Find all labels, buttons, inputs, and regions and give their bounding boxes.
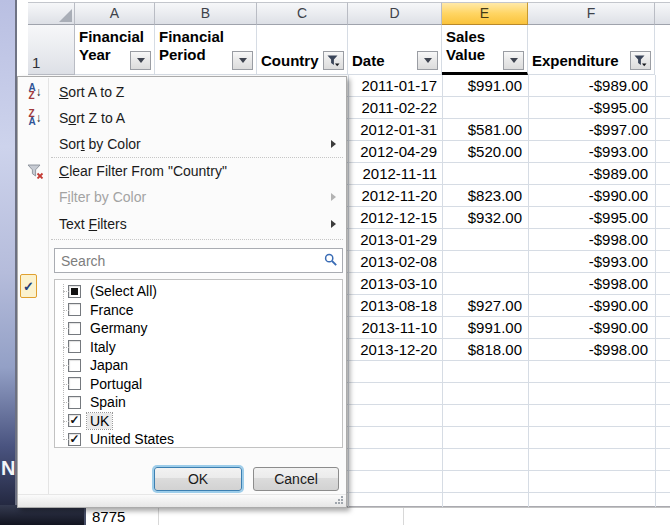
cell-expenditure[interactable]: -$989.00 [528, 75, 655, 97]
filter-dropdown-year-button[interactable] [130, 51, 151, 70]
cell-date[interactable]: 2013-12-20 [348, 339, 442, 361]
cell-sales-value[interactable]: $932.00 [442, 207, 528, 229]
list-item-united-states[interactable]: ✓ United States [55, 430, 342, 448]
cell-sales-value[interactable]: $823.00 [442, 185, 528, 207]
column-header-f[interactable]: F [528, 2, 655, 25]
cell-sales-value[interactable] [442, 97, 528, 119]
list-item-france[interactable]: France [55, 301, 342, 320]
list-item-germany[interactable]: Germany [55, 319, 342, 338]
cell-sales-value[interactable] [442, 163, 528, 185]
cell-sales-value[interactable] [442, 229, 528, 251]
list-item-select-all[interactable]: (Select All) [55, 282, 342, 301]
cell-expenditure[interactable]: -$989.00 [528, 163, 655, 185]
column-header-g-partial[interactable] [655, 2, 670, 25]
autofilter-menu: AZ ↓ Sort A to Z ZA ↓ Sort Z to A Sort b… [17, 76, 347, 508]
header-cell-country[interactable]: Country [257, 25, 348, 75]
checkbox-unchecked-icon[interactable] [68, 377, 81, 390]
filter-dropdown-country-button-active[interactable] [323, 51, 344, 70]
cell-expenditure[interactable]: -$995.00 [528, 207, 655, 229]
cell-expenditure[interactable]: -$997.00 [528, 119, 655, 141]
checkbox-unchecked-icon[interactable] [68, 322, 81, 335]
column-header-e-selected[interactable]: E [442, 2, 528, 25]
filter-dropdown-period-button[interactable] [232, 51, 253, 70]
checkbox-indeterminate-icon[interactable] [68, 285, 81, 298]
list-item-label: United States [87, 431, 177, 447]
cell-date[interactable]: 2012-12-15 [348, 207, 442, 229]
cell-date[interactable]: 2013-02-08 [348, 251, 442, 273]
header-cell-financial-period[interactable]: Financial Period [155, 25, 257, 75]
cell-expenditure[interactable]: -$998.00 [528, 273, 655, 295]
list-item-spain[interactable]: Spain [55, 393, 342, 412]
list-item-italy[interactable]: Italy [55, 338, 342, 357]
cell-date[interactable]: 2012-04-29 [348, 141, 442, 163]
cell-sales-value[interactable] [442, 273, 528, 295]
row-header-1[interactable]: 1 [28, 25, 75, 75]
filter-dropdown-sales-button[interactable] [503, 51, 524, 70]
list-item-label: Germany [87, 320, 151, 336]
menu-item-clear-filter[interactable]: Clear Filter From "Country" [19, 158, 345, 184]
list-item-japan[interactable]: Japan [55, 356, 342, 375]
cell-date[interactable]: 2013-03-10 [348, 273, 442, 295]
header-cell-expenditure[interactable]: Expenditure [528, 25, 655, 75]
checkbox-unchecked-icon[interactable] [68, 359, 81, 372]
header-line1: Sales [446, 28, 527, 46]
column-header-c[interactable]: C [257, 2, 348, 25]
cell-date[interactable]: 2011-02-22 [348, 97, 442, 119]
checkbox-unchecked-icon[interactable] [68, 340, 81, 353]
header-cell-date[interactable]: Date [348, 25, 442, 75]
cell-expenditure[interactable]: -$990.00 [528, 317, 655, 339]
list-item-portugal[interactable]: Portugal [55, 375, 342, 394]
cell-date[interactable]: 2012-11-20 [348, 185, 442, 207]
search-box [54, 248, 343, 273]
cell-expenditure[interactable]: -$990.00 [528, 295, 655, 317]
search-input[interactable] [54, 248, 343, 273]
column-header-b[interactable]: B [155, 2, 257, 25]
active-filter-check-button[interactable]: ✓ [20, 274, 37, 298]
menu-item-label: Text Filters [59, 216, 127, 232]
checkbox-unchecked-icon[interactable] [68, 396, 81, 409]
cell-date[interactable]: 2013-11-10 [348, 317, 442, 339]
header-cell-sales-value[interactable]: Sales Value [442, 25, 528, 75]
menu-item-sort-by-color[interactable]: Sort by Color [19, 131, 345, 157]
cell-date[interactable]: 2012-01-31 [348, 119, 442, 141]
cell-sales-value[interactable]: $927.00 [442, 295, 528, 317]
cell-expenditure[interactable]: -$998.00 [528, 339, 655, 361]
cell-sales-value[interactable]: $991.00 [442, 75, 528, 97]
cell-expenditure[interactable]: -$993.00 [528, 141, 655, 163]
select-all-corner[interactable] [28, 2, 75, 25]
cell-sales-value[interactable]: $818.00 [442, 339, 528, 361]
resize-grip[interactable] [334, 495, 344, 505]
list-item-label: UK [87, 413, 112, 429]
cell-date[interactable]: 2013-01-29 [348, 229, 442, 251]
funnel-filter-icon [634, 55, 647, 67]
cell-sales-value[interactable] [442, 251, 528, 273]
filter-dropdown-date-button[interactable] [417, 51, 438, 70]
list-item-label: Japan [87, 357, 131, 373]
header-cell-financial-year[interactable]: Financial Year [75, 25, 155, 75]
checkbox-checked-icon[interactable]: ✓ [68, 433, 81, 446]
cell-date[interactable]: 2012-11-11 [348, 163, 442, 185]
cell-date[interactable]: 2013-08-18 [348, 295, 442, 317]
header-line1: Financial [79, 28, 154, 46]
menu-item-sort-a-to-z[interactable]: AZ ↓ Sort A to Z [19, 79, 345, 105]
cell-sales-value[interactable]: $520.00 [442, 141, 528, 163]
cell-expenditure[interactable]: -$995.00 [528, 97, 655, 119]
checkbox-checked-icon[interactable]: ✓ [68, 414, 81, 427]
search-icon[interactable] [324, 253, 338, 267]
cell-date[interactable]: 2011-01-17 [348, 75, 442, 97]
cell-expenditure[interactable]: -$998.00 [528, 229, 655, 251]
list-item-uk[interactable]: ✓ UK [55, 412, 342, 431]
cell-sales-value[interactable]: $581.00 [442, 119, 528, 141]
cell-expenditure[interactable]: -$993.00 [528, 251, 655, 273]
menu-item-text-filters[interactable]: Text Filters [19, 211, 345, 237]
menu-item-sort-z-to-a[interactable]: ZA ↓ Sort Z to A [19, 105, 345, 131]
column-header-d[interactable]: D [348, 2, 442, 25]
checkbox-unchecked-icon[interactable] [68, 303, 81, 316]
cancel-button[interactable]: Cancel [253, 467, 339, 491]
filter-dropdown-expenditure-button-active[interactable] [630, 51, 651, 70]
cell-sales-value[interactable]: $991.00 [442, 317, 528, 339]
column-header-a[interactable]: A [75, 2, 155, 25]
wallpaper-letter: N [1, 458, 15, 478]
ok-button[interactable]: OK [154, 467, 242, 491]
cell-expenditure[interactable]: -$990.00 [528, 185, 655, 207]
